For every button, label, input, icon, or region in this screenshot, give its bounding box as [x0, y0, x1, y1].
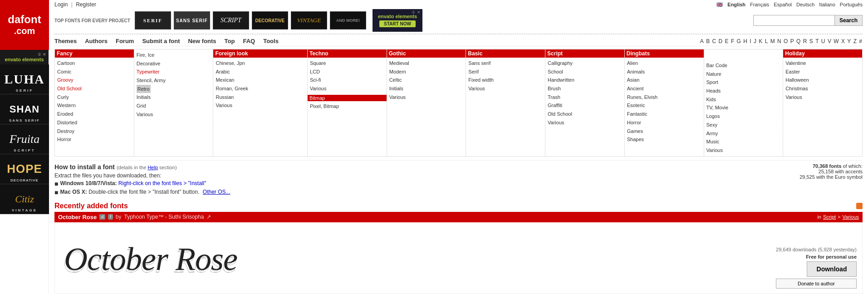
- cat-link[interactable]: Sexy: [706, 121, 781, 129]
- cat-link[interactable]: Various: [468, 84, 543, 93]
- help-link[interactable]: Help: [147, 165, 158, 170]
- ad-item-sans-serif[interactable]: SANS SERIF: [174, 11, 210, 29]
- cat-link[interactable]: Handwritten: [548, 76, 622, 84]
- cat-link[interactable]: Bar Code: [706, 61, 781, 70]
- font-entry-name[interactable]: October Rose: [58, 214, 97, 221]
- alpha-letter-r[interactable]: R: [803, 38, 807, 44]
- cat-link[interactable]: Serif: [468, 68, 543, 76]
- nav-authors[interactable]: Authors: [85, 38, 108, 44]
- alpha-letter-g[interactable]: G: [737, 38, 741, 44]
- cat-link[interactable]: Easter: [785, 68, 860, 76]
- cat-link[interactable]: Calligraphy: [548, 59, 622, 68]
- cat-link[interactable]: Curly: [57, 93, 132, 102]
- alpha-letter-i[interactable]: I: [750, 38, 751, 44]
- alpha-letter-h[interactable]: H: [743, 38, 747, 44]
- nav-new-fonts[interactable]: New fonts: [188, 38, 216, 44]
- cat-link[interactable]: Roman, Greek: [216, 84, 304, 93]
- cat-link[interactable]: Animals: [627, 68, 701, 76]
- sidebar-thumb-decorative[interactable]: HoPE DECORATIVE: [0, 154, 49, 184]
- cat-link[interactable]: TV, Movie: [706, 103, 781, 112]
- cat-link[interactable]: Eroded: [57, 110, 132, 118]
- cat-link[interactable]: Shapes: [627, 135, 701, 144]
- cat-link[interactable]: Runes, Elvish: [627, 93, 701, 102]
- alpha-letter-#[interactable]: #: [859, 38, 862, 44]
- alpha-letter-c[interactable]: C: [712, 38, 716, 44]
- site-logo[interactable]: dafont .com: [0, 0, 49, 50]
- ad-item-more[interactable]: AND MORE!: [330, 11, 366, 29]
- cat-link[interactable]: Logos: [706, 112, 781, 121]
- cat-link[interactable]: Western: [57, 101, 132, 110]
- cat-link[interactable]: Decorative: [137, 59, 211, 68]
- alpha-letter-b[interactable]: B: [706, 38, 710, 44]
- cat-header-fancy[interactable]: Fancy: [55, 49, 134, 58]
- cat-link[interactable]: Old School: [548, 110, 622, 118]
- cat-link[interactable]: Various: [137, 110, 211, 119]
- cat-link[interactable]: Various: [389, 93, 464, 102]
- cat-header-dingbats[interactable]: Dingbats: [625, 49, 704, 58]
- cat-subheader-bitmap[interactable]: Bitmap: [308, 95, 387, 101]
- cat-link[interactable]: Kids: [706, 95, 781, 104]
- cat-link[interactable]: Music: [706, 137, 781, 146]
- cat-link[interactable]: Various: [548, 118, 622, 127]
- cat-link[interactable]: Grid: [137, 102, 211, 110]
- cat-link[interactable]: Chinese, Jpn: [216, 59, 304, 68]
- rss-icon[interactable]: [856, 203, 863, 209]
- sidebar-thumb-serif[interactable]: LUHA SERIF: [0, 64, 49, 94]
- sidebar-thumb-sans-serif[interactable]: SHAN SANS SERIF: [0, 94, 49, 124]
- alpha-letter-a[interactable]: A: [700, 38, 704, 44]
- cat-link[interactable]: Army: [706, 129, 781, 138]
- alpha-letter-u[interactable]: U: [821, 38, 825, 44]
- cat-link[interactable]: Destroy: [57, 127, 132, 136]
- cat-header-script[interactable]: Script: [545, 49, 624, 58]
- nav-top[interactable]: Top: [225, 38, 235, 44]
- cat-header-techno[interactable]: Techno: [308, 49, 387, 58]
- ad-item-decorative[interactable]: DECORATIVE: [252, 11, 288, 29]
- alpha-letter-y[interactable]: Y: [847, 38, 851, 44]
- alpha-letter-k[interactable]: K: [759, 38, 762, 44]
- search-input[interactable]: [753, 15, 835, 26]
- cat-link[interactable]: Graffiti: [548, 101, 622, 110]
- cat-link[interactable]: Russian: [216, 93, 304, 102]
- cat-link[interactable]: Sport: [706, 78, 781, 87]
- cat-link[interactable]: Sci-fi: [310, 76, 384, 84]
- cat-header-gothic[interactable]: Gothic: [387, 49, 466, 58]
- alpha-letter-e[interactable]: E: [725, 38, 729, 44]
- cat-link[interactable]: Ancient: [627, 84, 701, 93]
- alpha-letter-s[interactable]: S: [809, 38, 813, 44]
- cat-link[interactable]: Heads: [706, 87, 781, 95]
- cat-link[interactable]: Fixed width: [468, 76, 543, 84]
- alpha-letter-m[interactable]: M: [770, 38, 775, 44]
- nav-submit[interactable]: Submit a font: [142, 38, 180, 44]
- cat-link[interactable]: Esoteric: [627, 101, 701, 110]
- cat-link[interactable]: Initials: [389, 84, 464, 93]
- alpha-letter-z[interactable]: Z: [853, 38, 857, 44]
- ad-item-script[interactable]: SCRIPT: [213, 11, 249, 29]
- envato-start-now[interactable]: START NOW: [379, 20, 416, 27]
- login-link[interactable]: Login: [54, 1, 68, 8]
- alpha-letter-x[interactable]: X: [841, 38, 845, 44]
- alpha-letter-f[interactable]: F: [731, 38, 734, 44]
- cat-link[interactable]: Cartoon: [57, 59, 132, 68]
- ad-info-btn[interactable]: ①: [412, 10, 415, 15]
- cat-link[interactable]: Initials: [137, 93, 211, 102]
- other-os-link[interactable]: Other OS...: [203, 189, 230, 195]
- cat-link[interactable]: Celtic: [389, 76, 464, 84]
- nav-themes[interactable]: Themes: [54, 38, 77, 44]
- cat-link[interactable]: Games: [627, 127, 701, 136]
- cat-link[interactable]: Various: [216, 101, 304, 110]
- font-external-icon[interactable]: ↗: [206, 214, 211, 220]
- alpha-letter-l[interactable]: L: [765, 38, 768, 44]
- cat-header-basic[interactable]: Basic: [466, 49, 545, 58]
- cat-link[interactable]: Fantastic: [627, 110, 701, 118]
- cat-link[interactable]: Various: [706, 146, 781, 155]
- envato-ad-banner[interactable]: ① ✕ envato elements START NOW: [373, 9, 422, 32]
- cat-link[interactable]: School: [548, 68, 622, 76]
- cat-link[interactable]: Sans serif: [468, 59, 543, 68]
- register-link[interactable]: Register: [76, 1, 96, 8]
- lang-english[interactable]: English: [727, 2, 745, 7]
- cat-link[interactable]: Mexican: [216, 76, 304, 84]
- alpha-letter-t[interactable]: T: [815, 38, 819, 44]
- alpha-letter-d[interactable]: D: [719, 38, 723, 44]
- alpha-letter-q[interactable]: Q: [796, 38, 800, 44]
- lang-french[interactable]: Français: [750, 2, 769, 7]
